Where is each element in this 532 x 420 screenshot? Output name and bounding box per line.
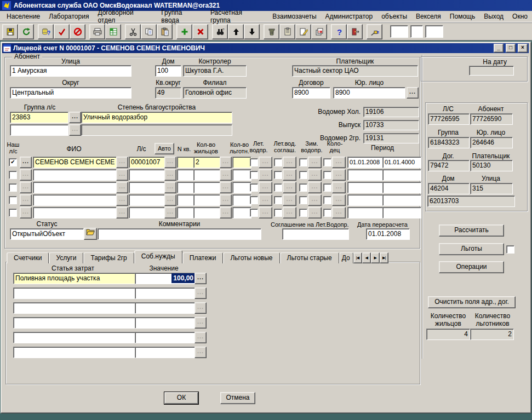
period-from-field[interactable] xyxy=(347,169,385,181)
summer-agreement-lookup-button[interactable]: ... xyxy=(283,207,296,218)
our-ls-checkbox[interactable] xyxy=(9,171,17,179)
summer-water-lookup-button[interactable]: ... xyxy=(259,157,272,168)
lgotn-field[interactable] xyxy=(232,182,251,193)
fio-field[interactable] xyxy=(33,182,119,193)
status-folder-button[interactable] xyxy=(84,228,97,240)
value-field[interactable]: 100,00 xyxy=(135,273,197,284)
cut-button[interactable] xyxy=(125,24,141,39)
tab-schetchiki[interactable]: Счетчики xyxy=(7,252,49,263)
summer-agreement-lookup-button[interactable]: ... xyxy=(283,182,296,193)
winter-water-checkbox[interactable] xyxy=(299,209,307,217)
summer-agreement-checkbox[interactable] xyxy=(274,183,282,192)
summer-agreement-checkbox[interactable] xyxy=(274,171,282,179)
menu-vekselya[interactable]: Векселя xyxy=(411,11,445,22)
well-lookup-button[interactable]: ... xyxy=(332,157,346,168)
house-field[interactable]: 100 xyxy=(155,65,181,77)
tab-scroll-first-button[interactable]: |◀ xyxy=(353,252,362,263)
summer-agreement-checkbox[interactable] xyxy=(274,196,282,204)
menu-vzaimozachety[interactable]: Взаимозачеты xyxy=(268,11,321,22)
menu-naselenie[interactable]: Население xyxy=(2,11,44,22)
summer-water-checkbox[interactable] xyxy=(250,209,258,217)
ls-field[interactable] xyxy=(129,194,167,206)
zhiltsov-lookup-button[interactable]: ... xyxy=(220,182,232,193)
period-to-field[interactable] xyxy=(382,207,421,218)
article-lookup-button[interactable]: ... xyxy=(195,287,207,299)
lgotn-field[interactable] xyxy=(232,194,251,206)
fio2-lookup-button[interactable]: ... xyxy=(116,207,128,218)
cancel-button[interactable] xyxy=(70,24,85,39)
recalc-date-field[interactable]: 01.01.2008 xyxy=(366,228,410,240)
article-lookup-button[interactable]: ... xyxy=(195,317,207,329)
lgotn-field[interactable] xyxy=(232,157,251,168)
fio-lookup-button[interactable]: ... xyxy=(20,182,32,193)
summer-agreement-lookup-button[interactable]: ... xyxy=(283,157,296,168)
paste-button[interactable] xyxy=(157,24,173,39)
zhiltsov-field[interactable]: 2 xyxy=(193,157,222,168)
jur-lookup-button[interactable]: ... xyxy=(407,87,419,99)
clipboard-button[interactable] xyxy=(279,24,295,39)
calculate-button[interactable]: Рассчитать xyxy=(439,225,504,237)
value-field[interactable] xyxy=(135,302,197,314)
value-field[interactable] xyxy=(135,347,197,358)
contract-field[interactable]: 8900 xyxy=(292,87,330,99)
ok-button[interactable]: ОК xyxy=(164,392,198,404)
ls-field[interactable] xyxy=(129,182,167,193)
group-ls-field[interactable]: 23863 xyxy=(10,112,68,123)
menu-laboratoriya[interactable]: Лаборатория xyxy=(44,11,93,22)
ls-field[interactable]: 00001007 xyxy=(129,157,167,168)
menu-administrator[interactable]: Администратор xyxy=(321,11,377,22)
amenity-field[interactable]: Уличный водоразбор xyxy=(81,112,232,123)
our-ls-checkbox[interactable] xyxy=(9,196,17,204)
period-to-field[interactable] xyxy=(382,182,421,193)
group-ls-lookup-button[interactable]: ... xyxy=(69,112,81,123)
tab-scroll-last-button[interactable]: ▶| xyxy=(380,252,388,263)
menu-obekty[interactable]: объекты xyxy=(377,11,411,22)
well-lookup-button[interactable]: ... xyxy=(332,182,346,193)
copy-button[interactable] xyxy=(141,24,157,39)
period-to-field[interactable]: 01.01.4000 xyxy=(382,157,421,168)
winter-water-checkbox[interactable] xyxy=(299,183,307,192)
help-button[interactable]: ? xyxy=(331,24,347,39)
close-button[interactable]: × xyxy=(518,44,528,53)
district-field[interactable]: Центральный xyxy=(10,87,131,99)
tab-dogovory[interactable]: До xyxy=(339,252,353,263)
winter-water-checkbox[interactable] xyxy=(299,196,307,204)
summer-water-checkbox[interactable] xyxy=(250,158,258,166)
cancel-footer-button[interactable]: Отмена xyxy=(220,392,255,404)
fio2-lookup-button[interactable]: ... xyxy=(116,194,128,206)
fio-field[interactable] xyxy=(33,194,119,206)
connect-button[interactable] xyxy=(367,24,382,39)
edit-button[interactable] xyxy=(295,24,311,39)
tab-uslugi[interactable]: Услуги xyxy=(49,252,83,263)
summer-water-lookup-button[interactable]: ... xyxy=(259,194,272,206)
well-checkbox[interactable] xyxy=(323,183,331,192)
period-from-field[interactable] xyxy=(347,207,385,218)
well-checkbox[interactable] xyxy=(323,171,331,179)
ls-lookup-button[interactable]: ... xyxy=(164,207,176,218)
clear-record-button[interactable] xyxy=(264,24,279,39)
group-ls2-lookup-button[interactable]: ... xyxy=(69,124,81,136)
fio-lookup-button[interactable]: ... xyxy=(20,169,32,181)
enter-query-button[interactable]: ? xyxy=(38,24,54,39)
period-from-field[interactable] xyxy=(347,182,385,193)
well-lookup-button[interactable]: ... xyxy=(332,194,346,206)
benefits-button[interactable]: Льготы xyxy=(439,243,504,255)
tab-lgoty-starye[interactable]: Льготы старые xyxy=(280,252,339,263)
summer-water-checkbox[interactable] xyxy=(250,183,258,192)
winter-water-lookup-button[interactable]: ... xyxy=(308,194,322,206)
well-checkbox[interactable] xyxy=(323,196,331,204)
period-to-field[interactable] xyxy=(382,169,421,181)
our-ls-checkbox[interactable] xyxy=(9,209,17,217)
status-field[interactable]: ОткрытыйОбъект xyxy=(10,228,84,240)
article-field[interactable] xyxy=(13,302,137,314)
fio-field[interactable] xyxy=(33,207,119,218)
well-lookup-button[interactable]: ... xyxy=(332,207,346,218)
summer-water-checkbox[interactable] xyxy=(250,171,258,179)
our-ls-checkbox[interactable] xyxy=(9,183,17,192)
fio-field[interactable]: СЕМЕНОВ СЕМЕН СЕМЕ xyxy=(33,157,119,168)
zhiltsov-field[interactable] xyxy=(193,182,222,193)
ls-field[interactable] xyxy=(129,169,167,181)
winter-water-lookup-button[interactable]: ... xyxy=(308,157,322,168)
summer-water-checkbox[interactable] xyxy=(250,196,258,204)
menu-pomosch[interactable]: Помощь xyxy=(445,11,479,22)
